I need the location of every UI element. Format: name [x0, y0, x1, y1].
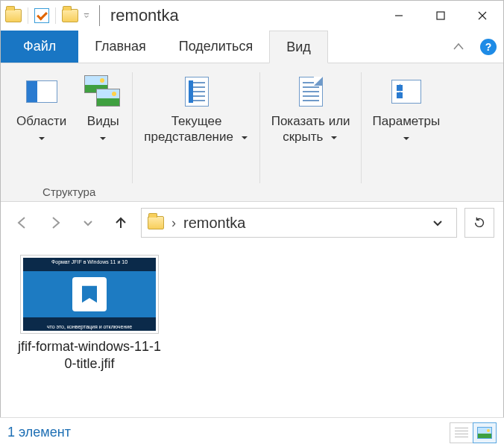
- file-name[interactable]: jfif-format-windows-11-10-title.jfif: [15, 338, 164, 373]
- item-count: 1 элемент: [7, 425, 71, 440]
- ribbon-group-options: Параметры: [362, 66, 452, 201]
- forward-button[interactable]: [42, 210, 68, 235]
- tab-file[interactable]: Файл: [1, 31, 78, 63]
- breadcrumb-separator-icon[interactable]: ›: [171, 215, 176, 231]
- help-icon: ?: [480, 39, 497, 55]
- tab-share[interactable]: Поделиться: [163, 31, 269, 63]
- window-title: remontka: [110, 6, 179, 25]
- ribbon-group-show-hide: Показать или скрыть: [260, 66, 362, 201]
- qat-dropdown-icon[interactable]: [83, 12, 90, 19]
- thumbnail-icon: [477, 427, 492, 439]
- page-icon: [299, 77, 323, 107]
- refresh-button[interactable]: [464, 208, 494, 238]
- minimize-button[interactable]: [378, 1, 420, 31]
- layouts-button[interactable]: Виды: [76, 69, 130, 181]
- recent-locations-button[interactable]: [75, 210, 101, 235]
- panes-label: Области: [16, 113, 66, 129]
- file-thumbnail: Формат JFIF в Windows 11 и 10 что это, к…: [20, 255, 159, 334]
- tab-view[interactable]: Вид: [269, 31, 328, 63]
- options-icon: [391, 80, 421, 104]
- file-list[interactable]: Формат JFIF в Windows 11 и 10 что это, к…: [1, 244, 503, 409]
- chevron-down-icon: [99, 130, 107, 138]
- ribbon: Области Виды Структура Текущее п: [1, 63, 503, 202]
- chevron-down-icon: [38, 130, 45, 138]
- details-view-button[interactable]: [450, 422, 473, 443]
- navigation-pane-icon: [26, 80, 57, 103]
- address-dropdown-button[interactable]: [425, 210, 450, 235]
- help-button[interactable]: ?: [473, 31, 503, 63]
- layouts-icon: [84, 75, 122, 108]
- folder-icon: [148, 216, 164, 229]
- quick-access-toolbar: [1, 7, 95, 24]
- folder-icon[interactable]: [62, 9, 78, 22]
- image-app-icon: [72, 277, 107, 311]
- thumbnails-view-button[interactable]: [473, 422, 497, 443]
- folder-icon[interactable]: [5, 9, 22, 22]
- current-view-button[interactable]: Текущее представление: [136, 69, 256, 181]
- up-button[interactable]: [108, 210, 133, 235]
- close-button[interactable]: [462, 1, 503, 31]
- maximize-button[interactable]: [420, 1, 462, 31]
- breadcrumb-folder[interactable]: remontka: [183, 215, 245, 232]
- options-button[interactable]: Параметры: [365, 69, 449, 181]
- ribbon-group-current-view: Текущее представление: [133, 66, 259, 201]
- sort-columns-icon: [185, 77, 209, 107]
- show-hide-button[interactable]: Показать или скрыть: [263, 69, 359, 181]
- thumb-text-top: Формат JFIF в Windows 11 и 10: [23, 259, 156, 264]
- separator: [28, 7, 28, 24]
- layouts-label: Виды: [87, 113, 119, 129]
- address-bar[interactable]: › remontka: [141, 208, 457, 238]
- thumb-text-bottom: что это, конвертация и отключение: [23, 324, 156, 329]
- status-bar: 1 элемент: [0, 417, 504, 447]
- svg-rect-0: [437, 12, 444, 19]
- ribbon-group-label: Структура: [8, 182, 130, 201]
- options-label: Параметры: [373, 113, 441, 129]
- chevron-down-icon: [330, 133, 338, 142]
- panes-button[interactable]: Области: [8, 69, 75, 181]
- show-hide-label-2: скрыть: [283, 130, 323, 144]
- back-button[interactable]: [10, 210, 35, 235]
- current-view-label-2: представление: [144, 130, 233, 144]
- chevron-down-icon: [240, 133, 249, 142]
- properties-checkbox-icon[interactable]: [34, 8, 49, 23]
- current-view-label-1: Текущее: [171, 113, 222, 129]
- ribbon-tabs: Файл Главная Поделиться Вид ?: [1, 31, 503, 63]
- list-icon: [455, 428, 468, 438]
- separator: [55, 7, 56, 24]
- chevron-down-icon: [403, 130, 410, 138]
- separator: [99, 5, 100, 26]
- ribbon-group-layout: Области Виды Структура: [5, 66, 133, 201]
- title-bar: remontka: [1, 1, 503, 31]
- show-hide-label-1: Показать или: [271, 113, 350, 129]
- collapse-ribbon-button[interactable]: [444, 31, 473, 63]
- window-controls: [378, 1, 503, 31]
- file-item[interactable]: Формат JFIF в Windows 11 и 10 что это, к…: [11, 251, 168, 377]
- tab-home[interactable]: Главная: [78, 31, 163, 63]
- navigation-bar: › remontka: [1, 202, 503, 244]
